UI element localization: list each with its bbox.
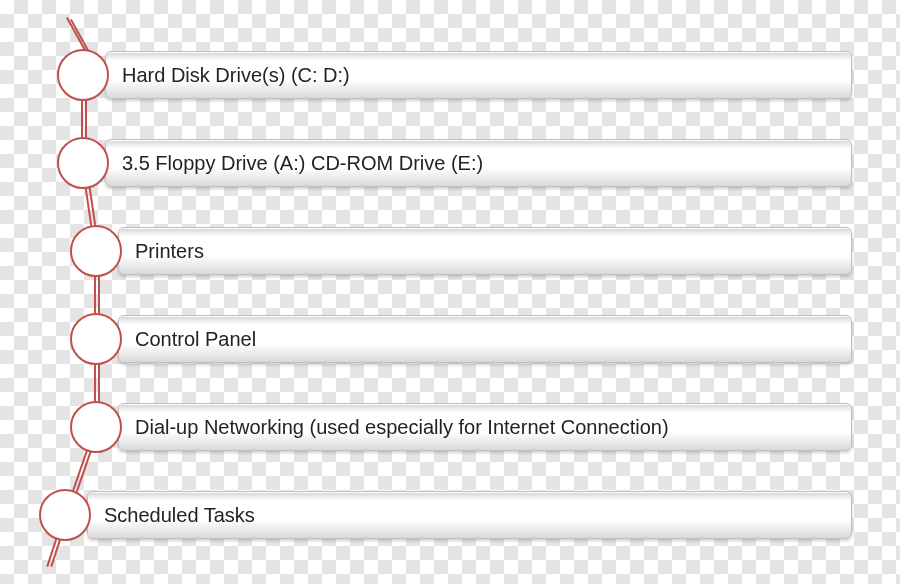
item-label: Printers [135, 240, 204, 263]
item-bar: Dial-up Networking (used especially for … [118, 403, 852, 451]
node-circle [70, 225, 122, 277]
diagram-stage: Hard Disk Drive(s) (C: D:) 3.5 Floppy Dr… [0, 0, 900, 584]
item-label: Dial-up Networking (used especially for … [135, 416, 669, 439]
node-circle [57, 137, 109, 189]
item-label: Scheduled Tasks [104, 504, 255, 527]
item-bar: Control Panel [118, 315, 852, 363]
item-label: 3.5 Floppy Drive (A:) CD-ROM Drive (E:) [122, 152, 483, 175]
item-bar: 3.5 Floppy Drive (A:) CD-ROM Drive (E:) [105, 139, 852, 187]
item-label: Hard Disk Drive(s) (C: D:) [122, 64, 350, 87]
item-bar: Hard Disk Drive(s) (C: D:) [105, 51, 852, 99]
item-label: Control Panel [135, 328, 256, 351]
item-bar: Printers [118, 227, 852, 275]
node-circle [70, 313, 122, 365]
node-circle [39, 489, 91, 541]
node-circle [57, 49, 109, 101]
item-bar: Scheduled Tasks [87, 491, 852, 539]
node-circle [70, 401, 122, 453]
